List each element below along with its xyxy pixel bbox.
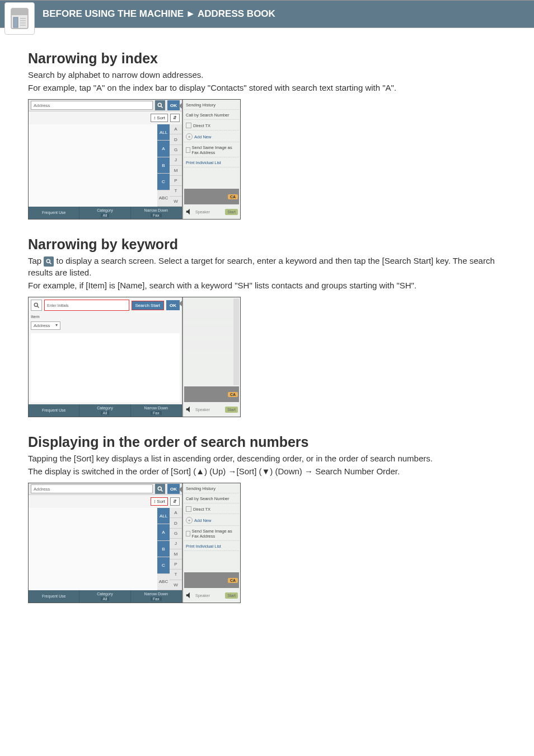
start-button[interactable]: Start <box>225 407 238 413</box>
index-b[interactable]: B <box>157 541 170 557</box>
print-individual-list-item[interactable]: Print Individual List <box>184 542 239 551</box>
index-g[interactable]: G <box>170 529 182 539</box>
svg-point-7 <box>158 103 161 106</box>
panel-arrow-icon[interactable] <box>179 103 182 109</box>
print-individual-list-item[interactable]: Print Individual List <box>184 158 239 167</box>
index-b[interactable]: B <box>157 157 170 174</box>
section2-p1: Tap to display a search screen. Select a… <box>28 255 506 278</box>
index-p[interactable]: P <box>170 176 182 186</box>
index-c[interactable]: C <box>157 174 170 190</box>
search-icon[interactable] <box>155 100 165 110</box>
index-a[interactable]: A <box>157 524 170 540</box>
plus-icon: + <box>186 133 193 140</box>
index-t[interactable]: T <box>170 186 182 196</box>
index-j[interactable]: J <box>170 539 182 549</box>
ca-button[interactable]: CA <box>228 194 238 199</box>
add-new-item[interactable]: +Add New <box>184 515 239 526</box>
initials-input[interactable]: Enter Initials <box>44 300 129 311</box>
checkbox-icon[interactable] <box>186 531 190 536</box>
svg-line-13 <box>38 306 39 308</box>
sort-mode-button[interactable]: ⇵ <box>170 114 180 122</box>
scrollbar[interactable] <box>233 298 239 385</box>
index-p[interactable]: P <box>170 559 182 570</box>
panel-arrow-icon[interactable] <box>179 301 182 306</box>
call-by-search-number-item[interactable]: Call by Search Number <box>184 494 239 503</box>
speaker-icon[interactable] <box>185 405 193 413</box>
search-start-button[interactable]: Search Start <box>132 301 164 310</box>
frequent-use-tab[interactable]: Frequent Use <box>29 404 79 417</box>
svg-rect-2 <box>13 17 18 27</box>
section3-title: Displaying in the order of search number… <box>28 434 506 450</box>
ok-button[interactable]: OK <box>166 300 180 310</box>
index-c[interactable]: C <box>157 557 170 573</box>
ok-button[interactable]: OK <box>167 484 180 494</box>
address-field[interactable]: Address <box>31 484 153 493</box>
category-tab[interactable]: CategoryAll <box>79 590 130 603</box>
search-icon[interactable] <box>155 484 165 494</box>
svg-line-11 <box>50 263 51 264</box>
speaker-icon[interactable] <box>185 591 193 599</box>
search-screen: Enter Initials Search Start OK Item Addr… <box>28 297 241 417</box>
frequent-use-tab[interactable]: Frequent Use <box>29 207 79 219</box>
ok-button[interactable]: OK <box>167 100 180 110</box>
address-book-index-screen: Address OK ↕Sort ⇵ ALL A B C A <box>28 99 241 220</box>
index-a2[interactable]: A <box>170 124 182 134</box>
index-g[interactable]: G <box>170 145 182 155</box>
item-dropdown[interactable]: Address <box>31 321 60 330</box>
send-same-image-item[interactable]: Send Same Image as Fax Address <box>184 143 239 157</box>
index-abc[interactable]: ABC <box>157 190 170 207</box>
index-m[interactable]: M <box>170 549 182 559</box>
panel-arrow-icon[interactable] <box>179 487 182 492</box>
send-same-image-item[interactable]: Send Same Image as Fax Address <box>184 527 239 541</box>
start-button[interactable]: Start <box>225 209 238 215</box>
preview-area: CA <box>184 572 239 588</box>
svg-point-15 <box>158 487 161 490</box>
address-field[interactable]: Address <box>31 101 153 110</box>
ca-button[interactable]: CA <box>228 392 238 397</box>
section1-p2: For example, tap "A" on the index bar to… <box>28 82 506 94</box>
index-m[interactable]: M <box>170 166 182 176</box>
section3-p1: Tapping the [Sort] key displays a list i… <box>28 452 506 464</box>
sort-asc-button[interactable]: ↕Sort <box>151 497 168 506</box>
index-d[interactable]: D <box>170 134 182 144</box>
add-new-item[interactable]: +Add New <box>184 132 239 142</box>
sort-mode-button[interactable]: ⇵ <box>170 497 180 506</box>
result-placeholder <box>184 310 233 320</box>
index-all[interactable]: ALL <box>157 124 170 141</box>
svg-point-12 <box>34 303 38 306</box>
narrow-down-tab[interactable]: Narrow DownFax <box>131 207 182 219</box>
narrow-down-tab[interactable]: Narrow DownFax <box>131 590 182 603</box>
search-icon[interactable] <box>31 300 42 311</box>
section3-p2: The display is switched in the order of … <box>28 465 506 477</box>
breadcrumb-part2[interactable]: ADDRESS BOOK <box>198 8 275 20</box>
call-by-search-number-item[interactable]: Call by Search Number <box>184 111 239 120</box>
breadcrumb-separator: ► <box>186 8 195 20</box>
index-t[interactable]: T <box>170 570 182 580</box>
category-tab[interactable]: CategoryAll <box>79 404 130 417</box>
checkbox-icon[interactable] <box>186 147 190 153</box>
sort-asc-button[interactable]: ↕Sort <box>151 114 168 122</box>
index-abc[interactable]: ABC <box>157 574 170 590</box>
index-a[interactable]: A <box>157 141 170 157</box>
index-w[interactable]: W <box>170 197 182 207</box>
svg-point-10 <box>47 259 50 263</box>
checkbox-icon[interactable] <box>186 123 191 128</box>
index-all[interactable]: ALL <box>157 508 170 524</box>
speaker-icon[interactable] <box>185 208 193 216</box>
breadcrumb-part1[interactable]: BEFORE USING THE MACHINE <box>43 8 184 20</box>
index-d[interactable]: D <box>170 518 182 528</box>
direct-tx-item[interactable]: Direct TX <box>184 121 239 130</box>
sending-history-item[interactable]: Sending History <box>184 484 239 493</box>
index-a2[interactable]: A <box>170 508 182 518</box>
start-button[interactable]: Start <box>225 592 238 599</box>
sending-history-item[interactable]: Sending History <box>184 101 239 110</box>
checkbox-icon[interactable] <box>186 506 191 512</box>
narrow-down-tab[interactable]: Narrow DownFax <box>131 404 182 417</box>
direct-tx-item[interactable]: Direct TX <box>184 505 239 514</box>
result-placeholder <box>184 325 233 335</box>
ca-button[interactable]: CA <box>228 578 238 583</box>
index-w[interactable]: W <box>170 580 182 590</box>
category-tab[interactable]: CategoryAll <box>79 207 130 219</box>
frequent-use-tab[interactable]: Frequent Use <box>29 590 79 603</box>
index-j[interactable]: J <box>170 155 182 165</box>
